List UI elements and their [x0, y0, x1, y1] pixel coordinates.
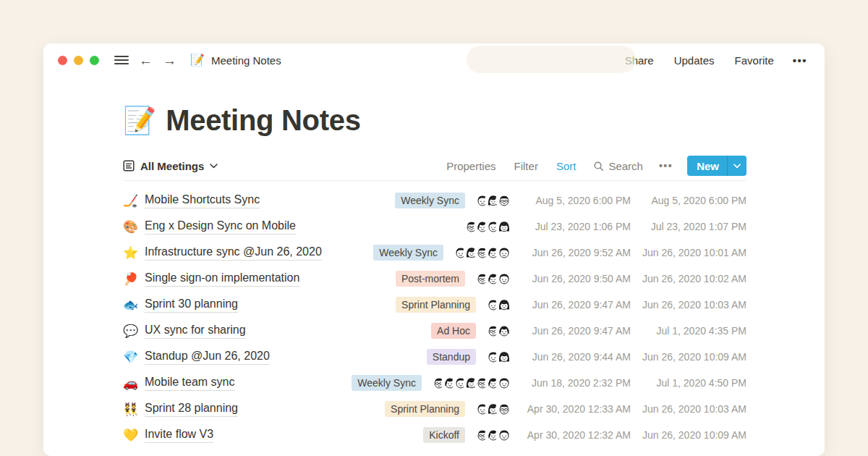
row-title-link[interactable]: Sprint 28 planning [145, 401, 238, 417]
row-emoji-icon: 🏒 [123, 195, 145, 207]
row-emoji-icon: 🏓 [123, 273, 145, 285]
new-dropdown-button[interactable] [728, 156, 746, 176]
row-avatars [486, 297, 511, 312]
row-title-link[interactable]: Invite flow V3 [145, 427, 213, 443]
list-item[interactable]: 👯 Sprint 28 planning Sprint Planning Apr… [123, 396, 746, 422]
chevron-down-icon [210, 164, 218, 169]
row-date-created: Jun 18, 2020 2:32 PM [519, 377, 631, 389]
row-tag[interactable]: Sprint Planning [396, 297, 476, 313]
row-title-link[interactable]: Mobile team sync [145, 375, 235, 391]
row-date-edited: Jul 1, 2020 4:35 PM [638, 325, 746, 337]
row-title-link[interactable]: Single sign-on implementation [145, 271, 299, 287]
row-date-created: Jun 26, 2020 9:44 AM [519, 351, 631, 363]
page-content: 📝 Meeting Notes All Meetings Properties … [43, 104, 825, 448]
list-view-icon [123, 160, 135, 172]
sidebar-menu-icon[interactable] [109, 55, 134, 65]
properties-button[interactable]: Properties [446, 160, 495, 172]
page-title[interactable]: Meeting Notes [166, 104, 360, 137]
row-avatars [475, 428, 511, 442]
list-item[interactable]: 💛 Invite flow V3 Kickoff Apr 30, 2020 12… [123, 422, 746, 448]
row-tag[interactable]: Post-mortem [396, 271, 465, 287]
list-item[interactable]: 🎨 Eng x Design Sync on Mobile Jul 23, 20… [123, 214, 746, 240]
row-title-link[interactable]: Standup @Jun 26, 2020 [145, 349, 270, 365]
list-item[interactable]: 💎 Standup @Jun 26, 2020 Standup Jun 26, … [123, 344, 746, 370]
forward-arrow-icon[interactable]: → [158, 54, 182, 67]
window-title: Meeting Notes [211, 54, 281, 67]
avatar [497, 428, 511, 442]
page-emoji-icon[interactable]: 📝 [123, 107, 156, 134]
new-button[interactable]: New [687, 156, 727, 176]
row-date-edited: Jul 1, 2020 4:50 PM [638, 377, 746, 389]
close-window-button[interactable] [58, 56, 67, 65]
avatar [497, 297, 511, 312]
search-icon [593, 161, 604, 172]
minimize-window-button[interactable] [74, 56, 83, 65]
row-date-edited: Jul 23, 2020 1:07 PM [638, 221, 746, 232]
updates-button[interactable]: Updates [674, 54, 715, 67]
row-emoji-icon: 💬 [123, 325, 145, 337]
row-date-edited: Jun 26, 2020 10:01 AM [638, 247, 746, 258]
avatar [497, 245, 511, 260]
row-avatars [475, 271, 511, 286]
favorite-button[interactable]: Favorite [735, 54, 774, 67]
row-emoji-icon: 💎 [123, 351, 145, 363]
list-item[interactable]: 🏒 Mobile Shortcuts Sync Weekly Sync Aug … [123, 187, 746, 214]
notion-window: ← → 📝 Meeting Notes Share Updates Favori… [43, 43, 825, 456]
row-date-created: Jun 26, 2020 9:47 AM [519, 325, 631, 337]
list-item[interactable]: ⭐ Infrastructure sync @Jun 26, 2020 Week… [123, 240, 746, 266]
search-button[interactable]: Search [593, 160, 643, 172]
row-tag[interactable]: Weekly Sync [373, 245, 443, 261]
avatar [497, 350, 511, 364]
row-title-link[interactable]: UX sync for sharing [145, 323, 246, 339]
row-title-link[interactable]: Infrastructure sync @Jun 26, 2020 [145, 245, 322, 261]
page-emoji-icon: 📝 [190, 54, 205, 66]
row-date-created: Jun 26, 2020 9:47 AM [519, 299, 631, 311]
row-date-created: Jul 23, 2020 1:06 PM [519, 221, 631, 232]
avatar [497, 324, 511, 338]
row-avatars [475, 193, 511, 208]
row-title-link[interactable]: Sprint 30 planning [145, 297, 238, 313]
list-item[interactable]: 💬 UX sync for sharing Ad Hoc Jun 26, 202… [123, 318, 746, 344]
filter-button[interactable]: Filter [514, 160, 538, 172]
zoom-window-button[interactable] [90, 56, 99, 65]
row-date-edited: Jun 26, 2020 10:03 AM [638, 299, 746, 311]
toolbar-more-icon[interactable]: ••• [659, 160, 673, 172]
row-tag[interactable]: Standup [427, 349, 476, 365]
row-date-created: Jun 26, 2020 9:50 AM [519, 273, 631, 284]
avatar [497, 376, 511, 390]
list-item[interactable]: 🐟 Sprint 30 planning Sprint Planning Jun… [123, 292, 746, 318]
sort-button[interactable]: Sort [556, 160, 576, 172]
avatar [497, 402, 511, 416]
avatar [497, 219, 511, 234]
list-item[interactable]: 🏓 Single sign-on implementation Post-mor… [123, 266, 746, 292]
database-toolbar: All Meetings Properties Filter Sort Sear… [123, 155, 746, 177]
row-emoji-icon: 💛 [123, 429, 145, 442]
row-tag[interactable]: Weekly Sync [352, 375, 422, 391]
row-title-link[interactable]: Eng x Design Sync on Mobile [145, 219, 296, 235]
row-emoji-icon: 👯 [123, 403, 145, 415]
row-date-edited: Jun 26, 2020 10:09 AM [638, 429, 746, 441]
row-tag[interactable]: Kickoff [423, 427, 465, 443]
chevron-down-icon [733, 164, 741, 169]
row-date-created: Aug 5, 2020 6:00 PM [519, 195, 631, 206]
back-arrow-icon[interactable]: ← [134, 54, 158, 67]
row-date-edited: Aug 5, 2020 6:00 PM [638, 195, 746, 206]
new-button-group: New [687, 156, 746, 176]
row-date-created: Apr 30, 2020 12:32 AM [519, 429, 631, 441]
list-item[interactable]: 🚗 Mobile team sync Weekly Sync Jun 18, 2… [123, 370, 746, 396]
row-title-link[interactable]: Mobile Shortcuts Sync [145, 193, 260, 208]
row-tag[interactable]: Weekly Sync [395, 193, 465, 208]
row-date-edited: Jun 26, 2020 10:03 AM [638, 403, 746, 415]
row-emoji-icon: ⭐ [123, 247, 145, 259]
traffic-lights [58, 56, 99, 65]
row-tag[interactable]: Sprint Planning [385, 401, 465, 417]
avatar [497, 193, 511, 208]
search-label: Search [608, 160, 643, 172]
row-emoji-icon: 🐟 [123, 299, 145, 311]
row-tag[interactable]: Ad Hoc [431, 323, 476, 339]
more-menu-icon[interactable]: ••• [793, 54, 807, 67]
meeting-list: 🏒 Mobile Shortcuts Sync Weekly Sync Aug … [123, 187, 746, 448]
view-switcher[interactable]: All Meetings [123, 160, 218, 172]
toolbar-divider [123, 180, 746, 181]
row-date-created: Apr 30, 2020 12:33 AM [519, 403, 631, 415]
